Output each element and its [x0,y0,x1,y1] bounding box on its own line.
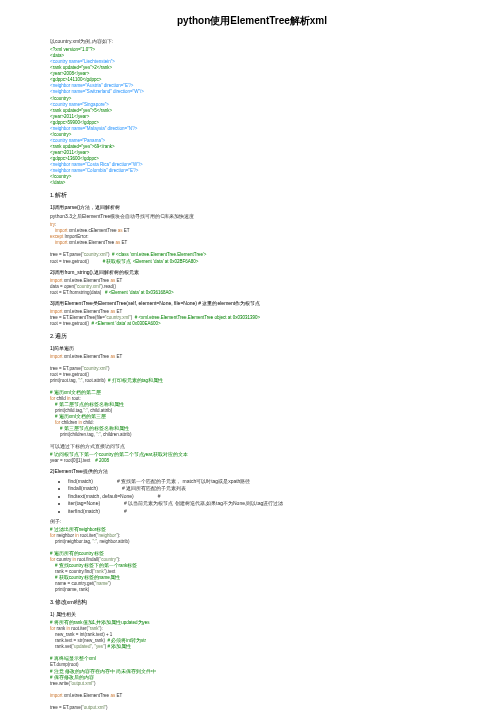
section-2a: 1)简单遍历 [50,345,454,352]
note-1a: python3.3之后ElementTree模块会自动寻找可用的C库来加快速度 [50,213,454,220]
xml-sample: <?xml version="1.0"?> <data> <country na… [50,47,454,186]
section-3a: 1) 属性相关 [50,611,454,618]
section-1a: 1)调用parse()方法，返回解析树 [50,204,454,211]
code-4: import xml.etree.ElementTree as ET tree … [50,354,454,439]
section-2c: 2)ElementTree提供的方法 [50,468,454,475]
section-1: 1.解析 [50,192,454,200]
code-1: try: import xml.etree.cElementTree as ET… [50,222,454,264]
code-7: # 将所有的rank值加1,并添加属性updated为yes for rank … [50,620,454,711]
code-3: import xml.etree.ElementTree as ET tree … [50,309,454,327]
section-3: 3.修改xml结构 [50,599,454,607]
page-title: python使用ElementTree解析xml [50,14,454,28]
code-2: import xml.etree.ElementTree as ET data … [50,278,454,296]
section-1c: 3)调用ElementTree类ElementTree(self, elemen… [50,300,454,307]
method-list: find(match)# 查找第一个匹配的子元素， match可以时tag或是x… [68,478,454,515]
section-1b: 2)调用from_string(),返回解析树的根元素 [50,269,454,276]
code-6: # 过滤出所有neighbor标签 for neighbor in root.i… [50,527,454,594]
section-2: 2.遍历 [50,333,454,341]
code-5: # 访问根节点下第一个country的第二个节点year,获取对应的文本 yea… [50,452,454,464]
section-2b: 可以通过下标的方式直接访问节点 [50,443,454,450]
intro-text: 以country.xml为例,内容如下: [50,38,454,45]
example-label: 例子: [50,518,454,525]
